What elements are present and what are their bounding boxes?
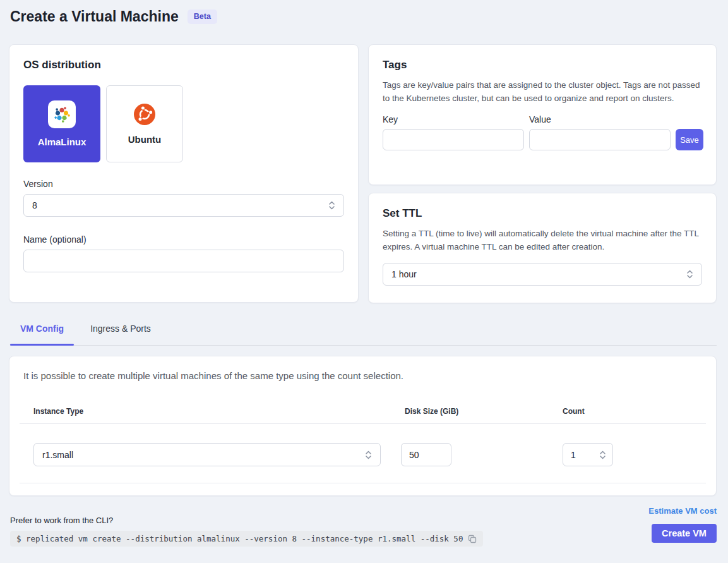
cli-command-block: $ replicated vm create --distribution al… bbox=[10, 531, 483, 547]
os-tile-almalinux[interactable]: AlmaLinux bbox=[23, 85, 100, 162]
os-tile-ubuntu-label: Ubuntu bbox=[128, 134, 161, 145]
set-ttl-card: Set TTL Setting a TTL (time to live) wil… bbox=[368, 193, 717, 303]
value-input[interactable] bbox=[529, 129, 671, 150]
instance-type-select-value: r1.small bbox=[42, 450, 73, 460]
active-tab-underline bbox=[10, 344, 74, 346]
column-header-count: Count bbox=[563, 407, 585, 416]
tabs-divider bbox=[10, 345, 717, 346]
name-input[interactable] bbox=[23, 250, 344, 272]
count-value: 1 bbox=[571, 450, 576, 460]
page-title: Create a Virtual Machine bbox=[10, 8, 179, 25]
os-card-title: OS distribution bbox=[23, 59, 344, 71]
disk-size-input[interactable] bbox=[401, 443, 451, 466]
tab-vm-config[interactable]: VM Config bbox=[10, 324, 74, 334]
version-label: Version bbox=[23, 179, 344, 189]
table-header-divider bbox=[20, 423, 706, 424]
save-button[interactable]: Save bbox=[676, 129, 703, 150]
ttl-select-value: 1 hour bbox=[391, 269, 417, 279]
os-tile-ubuntu[interactable]: Ubuntu bbox=[106, 85, 183, 162]
key-label: Key bbox=[383, 114, 524, 124]
chevron-updown-icon bbox=[365, 450, 372, 460]
copy-icon[interactable] bbox=[468, 535, 477, 543]
value-label: Value bbox=[529, 114, 671, 124]
beta-badge: Beta bbox=[188, 9, 217, 24]
create-vm-button[interactable]: Create VM bbox=[652, 524, 717, 543]
instance-type-select[interactable]: r1.small bbox=[33, 443, 381, 466]
vm-config-hint: It is possible to create multiple virtua… bbox=[23, 370, 702, 381]
cli-label: Prefer to work from the CLI? bbox=[10, 516, 113, 525]
os-tile-almalinux-label: AlmaLinux bbox=[38, 136, 87, 147]
key-input[interactable] bbox=[383, 129, 524, 150]
column-header-disk-size: Disk Size (GiB) bbox=[405, 407, 458, 416]
ttl-card-description: Setting a TTL (time to live) will automa… bbox=[383, 227, 702, 253]
chevron-updown-icon bbox=[686, 269, 693, 279]
chevron-updown-icon bbox=[599, 450, 606, 460]
tags-card: Tags Tags are key/value pairs that are a… bbox=[368, 44, 717, 185]
tags-card-description: Tags are key/value pairs that are assign… bbox=[383, 79, 702, 105]
version-select-value: 8 bbox=[32, 200, 37, 210]
name-label: Name (optional) bbox=[23, 234, 344, 245]
ttl-select[interactable]: 1 hour bbox=[383, 263, 702, 286]
vm-config-card: It is possible to create multiple virtua… bbox=[9, 356, 717, 496]
estimate-vm-cost-link[interactable]: Estimate VM cost bbox=[648, 506, 717, 516]
ttl-card-title: Set TTL bbox=[383, 207, 702, 220]
version-select[interactable]: 8 bbox=[23, 194, 344, 217]
os-tile-list: AlmaLinux bbox=[23, 85, 344, 162]
ubuntu-icon bbox=[133, 103, 156, 126]
cli-command-text: $ replicated vm create --distribution al… bbox=[16, 534, 463, 543]
column-header-instance-type: Instance Type bbox=[33, 407, 83, 416]
os-distribution-card: OS distribution bbox=[9, 44, 359, 303]
tags-card-title: Tags bbox=[383, 59, 702, 71]
almalinux-icon bbox=[48, 100, 76, 128]
chevron-updown-icon bbox=[328, 200, 335, 210]
page-header: Create a Virtual Machine Beta bbox=[10, 8, 217, 25]
table-row-divider bbox=[20, 483, 706, 483]
tab-ingress-ports[interactable]: Ingress & Ports bbox=[82, 324, 159, 334]
count-stepper[interactable]: 1 bbox=[563, 443, 613, 466]
tags-form: Key Value Save bbox=[383, 114, 702, 150]
